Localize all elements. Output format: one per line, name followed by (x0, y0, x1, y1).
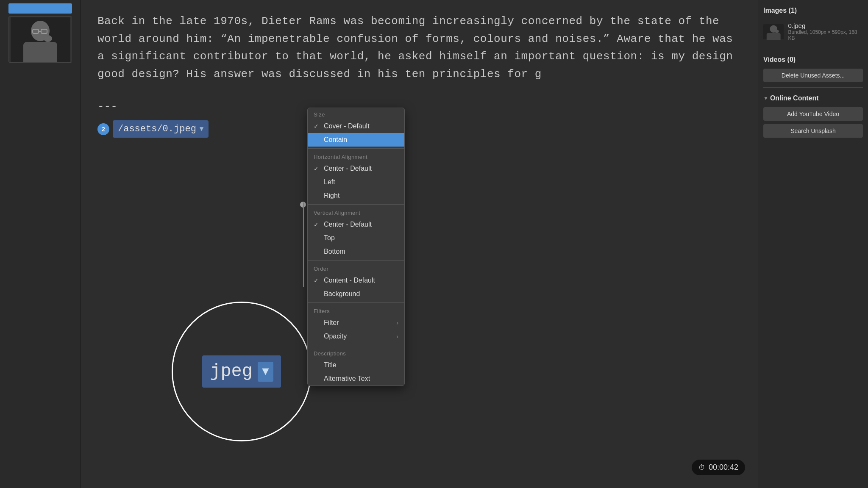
alt-text-label: Alternative Text (324, 375, 370, 383)
v-align-section-label: Vertical Alignment (308, 206, 404, 218)
zoom-circle: jpeg ▼ (172, 302, 312, 441)
image-thumbnail (763, 24, 784, 40)
cover-default-item[interactable]: ✓ Cover - Default (308, 119, 404, 133)
submenu-arrow-filter-icon: › (396, 319, 398, 326)
svg-rect-9 (767, 33, 781, 39)
asset-dropdown[interactable]: /assets/0.jpeg ▼ (113, 120, 209, 138)
delete-unused-button[interactable]: Delete Unused Assets... (763, 69, 863, 82)
bottom-item[interactable]: Bottom (308, 245, 404, 258)
context-menu: Size ✓ Cover - Default Contain Horizonta… (307, 108, 405, 386)
slide-thumbnail-image (9, 17, 72, 62)
dropdown-arrow-icon: ▼ (200, 125, 204, 133)
top-item[interactable]: Top (308, 231, 404, 245)
center-default-v-item[interactable]: ✓ Center - Default (308, 218, 404, 231)
videos-section-title: Videos (0) (763, 54, 863, 65)
sidebar-divider-2 (763, 87, 863, 88)
image-name: 0.jpeg (788, 22, 863, 29)
online-content-title: Online Content (770, 93, 819, 104)
cover-label: Cover - Default (324, 122, 370, 130)
h-align-section-label: Horizontal Alignment (308, 150, 404, 162)
image-info: 0.jpeg Bundled, 1050px × 590px, 168 KB (788, 22, 863, 41)
check-icon-order: ✓ (314, 277, 320, 284)
svg-point-10 (775, 30, 779, 33)
svg-rect-2 (23, 42, 57, 62)
zoom-label: jpeg (210, 361, 253, 382)
contain-item[interactable]: Contain (308, 133, 404, 147)
images-section-title: Images (1) (763, 5, 863, 16)
zoom-asset-dropdown[interactable]: jpeg ▼ (202, 355, 281, 388)
connection-line (303, 202, 304, 287)
zoom-dropdown-arrow-icon: ▼ (258, 362, 273, 382)
image-meta: Bundled, 1050px × 590px, 168 KB (788, 29, 863, 41)
search-unsplash-button[interactable]: Search Unsplash (763, 124, 863, 138)
online-content-header[interactable]: ▼ Online Content (763, 93, 863, 104)
asset-path-label: /assets/0.jpeg (118, 124, 196, 134)
editor-area: Back in the late 1970s, Dieter Rams was … (81, 0, 758, 488)
check-icon: ✓ (314, 123, 320, 130)
timer: ⏱ 00:00:42 (692, 460, 745, 475)
size-section-label: Size (308, 108, 404, 119)
divider-2 (308, 204, 404, 205)
divider-3 (308, 260, 404, 261)
background-label: Background (324, 290, 360, 298)
background-item[interactable]: Background (308, 287, 404, 301)
divider-5 (308, 345, 404, 345)
slide-thumb-2[interactable] (8, 16, 72, 63)
add-youtube-button[interactable]: Add YouTube Video (763, 107, 863, 121)
asset-badge: 2 (97, 123, 109, 135)
filter-item[interactable]: Filter › (308, 316, 404, 330)
content-default-label: Content - Default (324, 277, 375, 284)
divider-4 (308, 302, 404, 303)
top-label: Top (324, 234, 335, 242)
editor-paragraph: Back in the late 1970s, Dieter Rams was … (81, 0, 758, 96)
filters-section-label: Filters (308, 305, 404, 316)
opacity-label: Opacity (324, 333, 347, 340)
opacity-item[interactable]: Opacity › (308, 330, 404, 343)
zoom-content: jpeg ▼ (173, 303, 310, 440)
bottom-label: Bottom (324, 248, 345, 255)
editor-divider: --- (81, 100, 758, 113)
sidebar-divider-1 (763, 49, 863, 49)
timer-value: 00:00:42 (709, 463, 738, 472)
contain-label: Contain (324, 136, 347, 144)
check-icon-v: ✓ (314, 221, 320, 228)
center-default-h-label: Center - Default (324, 165, 372, 172)
left-item[interactable]: Left (308, 175, 404, 189)
chevron-down-icon: ▼ (763, 95, 768, 101)
timer-icon: ⏱ (698, 464, 705, 471)
slide-thumb-1[interactable] (8, 3, 72, 14)
image-item: 0.jpeg Bundled, 1050px × 590px, 168 KB (763, 19, 863, 44)
left-sidebar (0, 0, 81, 488)
content-default-item[interactable]: ✓ Content - Default (308, 274, 404, 287)
order-section-label: Order (308, 262, 404, 274)
right-label: Right (324, 192, 339, 200)
divider-1 (308, 148, 404, 149)
filter-label: Filter (324, 319, 339, 327)
right-sidebar: Images (1) 0.jpeg Bundled, 1050px × 590p… (758, 0, 868, 488)
right-item[interactable]: Right (308, 189, 404, 202)
left-label: Left (324, 178, 335, 186)
asset-row: 2 /assets/0.jpeg ▼ (81, 117, 758, 141)
center-default-h-item[interactable]: ✓ Center - Default (308, 162, 404, 175)
center-default-v-label: Center - Default (324, 221, 372, 228)
submenu-arrow-opacity-icon: › (396, 333, 398, 340)
title-item[interactable]: Title (308, 358, 404, 372)
alt-text-item[interactable]: Alternative Text (308, 372, 404, 385)
descriptions-section-label: Descriptions (308, 347, 404, 358)
title-label: Title (324, 361, 337, 369)
check-icon-h: ✓ (314, 165, 320, 172)
svg-point-6 (44, 35, 52, 42)
